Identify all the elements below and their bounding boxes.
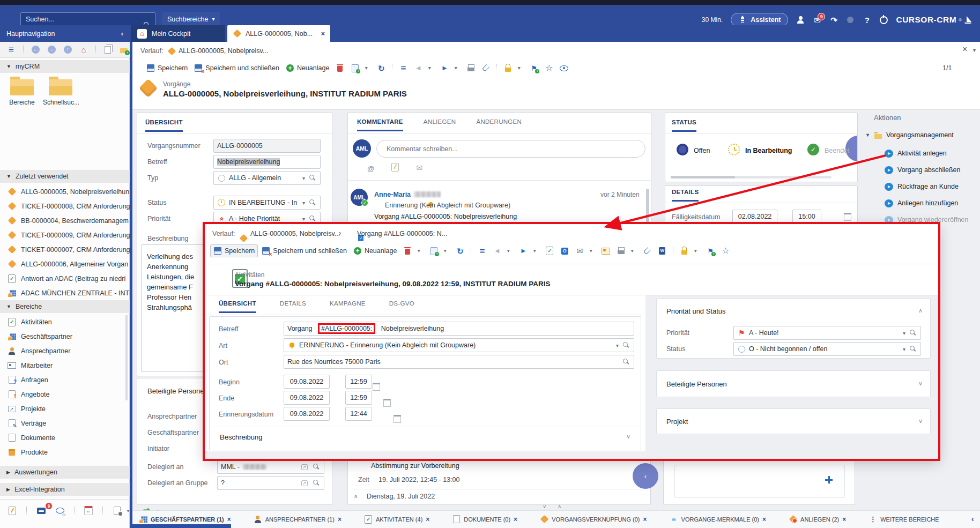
search-icon[interactable] xyxy=(622,358,630,366)
tab-kommentare[interactable]: KOMMENTARE xyxy=(357,118,403,131)
mail-button[interactable] xyxy=(573,245,598,257)
sidebar-item-projekte[interactable]: Projekte xyxy=(0,401,130,416)
sidebar-item-mitarbeiter[interactable]: Mitarbeiter xyxy=(0,358,130,373)
sidebar-item-allg-0000006-allgemeiner-vorgan[interactable]: ALLG-0000006, Allgemeiner Vorgan xyxy=(0,257,130,271)
sidebar-item-ticket-0000008-crm-anforderung[interactable]: TICKET-0000008, CRM Anforderung xyxy=(0,199,130,213)
inbox-button[interactable]: 9 xyxy=(34,505,49,517)
expand-icon[interactable]: ∨ xyxy=(543,503,546,509)
sidebar-scrollbar[interactable] xyxy=(125,315,128,400)
speichern-button[interactable]: Speichern xyxy=(144,62,190,74)
betreff-field[interactable]: Nobelpreisverleihung xyxy=(213,155,321,169)
due-date-field[interactable]: 02.08.2022 xyxy=(732,210,777,224)
chevron-down-icon[interactable]: ▾ xyxy=(302,175,305,181)
breadcrumb-item[interactable]: Vorgang #ALLG-0000005: N... xyxy=(357,230,447,237)
mail-icon[interactable] xyxy=(415,163,424,172)
tab-kampagne[interactable]: KAMPAGNE xyxy=(330,300,366,313)
neuanlage-button[interactable]: Neuanlage xyxy=(351,245,399,257)
search-input[interactable] xyxy=(20,12,155,26)
betreff-field[interactable]: Vorgang #ALLG-0000005: Nobelpreisverleih… xyxy=(284,322,634,336)
bottom-tab-vorgangsverknüpfung-0[interactable]: VORGANGSVERKNÜPFUNG (0)× xyxy=(540,515,647,524)
tab-übersicht[interactable]: ÜBERSICHT xyxy=(219,300,256,313)
sidebar-item-anfragen[interactable]: Anfragen xyxy=(0,373,130,387)
calendar-icon[interactable] xyxy=(372,382,381,391)
eye-star-button[interactable] xyxy=(53,505,67,517)
star-button[interactable] xyxy=(718,245,732,257)
open-record-icon[interactable] xyxy=(300,463,309,471)
sidebar-item-bb-0000004-beschwerdemanagem[interactable]: BB-0000004, Beschwerdemanagem xyxy=(0,213,130,228)
tri-left-button[interactable] xyxy=(411,62,436,74)
neuanlage-button[interactable]: Neuanlage xyxy=(283,62,332,74)
trash-button[interactable] xyxy=(333,62,347,74)
mention-icon[interactable] xyxy=(366,164,375,173)
tab-status[interactable]: STATUS xyxy=(672,119,696,132)
collapse-day-icon[interactable]: ∧ xyxy=(354,493,358,499)
redo-icon[interactable] xyxy=(829,16,838,24)
bottom-tab-vorgänge-merkmale-0[interactable]: VORGÄNGE-MERKMALE (0)× xyxy=(670,515,766,524)
open-record-icon[interactable] xyxy=(300,479,309,487)
close-tab-icon[interactable]: × xyxy=(514,516,517,523)
chevron-down-icon[interactable]: ▾ xyxy=(302,200,305,206)
logout-icon[interactable] xyxy=(879,16,888,24)
speichern-button[interactable]: Speichern xyxy=(210,244,258,257)
section-mycrm[interactable]: ▼ myCRM xyxy=(0,60,130,73)
doc-plus-button[interactable] xyxy=(427,245,452,257)
bottom-tab-anliegen-2[interactable]: ANLIEGEN (2)× xyxy=(789,515,846,524)
erinnerung-time-field[interactable]: 12:44 xyxy=(345,407,372,421)
h-scrollbar[interactable] xyxy=(671,176,831,179)
tri-right-button[interactable] xyxy=(437,62,463,74)
bottom-tab-geschäftspartner-1[interactable]: GESCHÄFTSPARTNER (1)× xyxy=(139,515,231,524)
ende-date-field[interactable]: 09.08.2022 xyxy=(284,391,330,405)
sidebar-item-aktivitäten[interactable]: Aktivitäten xyxy=(0,315,130,329)
status-in-bearbeitung-icon[interactable] xyxy=(728,144,740,155)
wdoc-button[interactable] xyxy=(655,245,669,257)
user-icon[interactable] xyxy=(796,16,805,24)
chevron-down-icon[interactable]: ∨ xyxy=(626,433,630,440)
tab-änderungen[interactable]: ÄNDERUNGEN xyxy=(476,118,522,131)
paperclip-button[interactable] xyxy=(479,62,493,74)
tab-details[interactable]: DETAILS xyxy=(280,300,306,313)
outlook-button[interactable] xyxy=(558,245,571,257)
calendar-icon[interactable] xyxy=(393,414,402,423)
projekt-panel[interactable]: Projekt ∨ xyxy=(656,408,931,434)
menu-button[interactable] xyxy=(475,245,489,257)
sidebar-item-dokumente[interactable]: Dokumente xyxy=(0,430,130,445)
refresh-button[interactable] xyxy=(453,245,467,257)
clipcheck-button[interactable] xyxy=(543,245,556,257)
panel-nav-handle[interactable]: ‹ xyxy=(633,463,658,489)
section-zuletzt-verwendet[interactable]: ▼ Zuletzt verwendet xyxy=(0,170,130,183)
status-combobox[interactable]: O - Nicht begonnen / offen ▾ xyxy=(733,342,921,356)
sidebar-item-ticket-0000007-crm-anforderung[interactable]: TICKET-0000007, CRM Anforderung xyxy=(0,242,130,257)
bottom-tab-weitere-bereiche[interactable]: WEITERE BEREICHE xyxy=(868,515,939,524)
close-tab-icon[interactable]: × xyxy=(762,516,766,523)
timeline-entry-title[interactable]: Abstimmung zur Vorbereitung xyxy=(371,462,459,470)
beteiligte-personen-panel[interactable]: Beteiligte Personen ∨ xyxy=(656,370,931,397)
note-icon[interactable] xyxy=(391,163,399,172)
scroll-tabs-icon[interactable]: ‹ xyxy=(971,515,974,523)
bottom-tab-ansprechpartner-1[interactable]: ANSPRECHPARTNER (1)× xyxy=(254,515,341,524)
lock-button[interactable] xyxy=(677,245,702,257)
doc-plus-button[interactable] xyxy=(348,62,373,74)
prioritaet-combobox[interactable]: A - Heute! ▾ xyxy=(733,326,921,340)
status-combobox[interactable]: IN BEARBEITUNG - In ... ▾ xyxy=(213,196,321,210)
section-excel-integration[interactable]: ▶ Excel-Integration xyxy=(0,483,130,496)
close-tab-icon[interactable]: × xyxy=(227,516,231,523)
status-beendet-icon[interactable]: ✓ xyxy=(807,144,819,155)
sidebar-item-antwort-an-adac-beitrag-zu-niedri[interactable]: Antwort an ADAC (Beitrag zu niedri xyxy=(0,271,130,286)
chevron-down-icon[interactable]: ▾ xyxy=(903,346,905,352)
sidebar-item-allg-0000005-nobelpreisverleihun[interactable]: ALLG-0000005, Nobelpreisverleihun xyxy=(0,184,130,199)
refresh-button[interactable] xyxy=(374,62,388,74)
speichern-und-schließen-button[interactable]: Speichern und schließen xyxy=(191,62,282,74)
clip-pen-button[interactable] xyxy=(5,505,19,517)
chevron-up-icon[interactable]: ∧ xyxy=(918,307,923,314)
close-record-icon[interactable]: × xyxy=(962,44,967,54)
section-auswertungen[interactable]: ▶ Auswertungen xyxy=(0,466,130,479)
sidebar-item-ticket-0000009-crm-anforderung[interactable]: TICKET-0000009, CRM Anforderung xyxy=(0,228,130,242)
tab-anliegen[interactable]: ANLIEGEN xyxy=(424,118,456,131)
sidebar-item-produkte[interactable]: Produkte xyxy=(0,445,130,459)
circ-up-button[interactable] xyxy=(61,44,75,56)
sidebar-item-geschäftspartner[interactable]: Geschäftspartner xyxy=(0,329,130,344)
search-icon[interactable] xyxy=(909,329,917,337)
chevron-down-icon[interactable]: ∨ xyxy=(918,418,923,425)
art-combobox[interactable]: ERINNERUNG - Erinnerung (Kein Abgleich m… xyxy=(284,338,634,352)
search-icon[interactable] xyxy=(308,174,317,182)
